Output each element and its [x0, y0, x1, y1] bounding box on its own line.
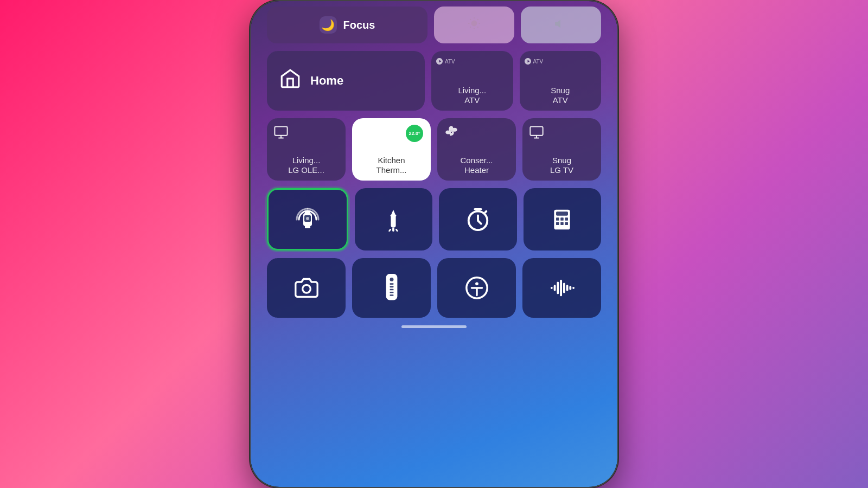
brightness-tile[interactable]: [434, 7, 514, 43]
svg-rect-30: [565, 217, 569, 221]
svg-rect-33: [565, 222, 569, 225]
snug-lgtv-label: SnugLG TV: [527, 156, 597, 175]
svg-rect-45: [553, 285, 556, 291]
kitchen-icon-label: KitchenTherm...: [356, 156, 426, 175]
focus-tile[interactable]: 🌙 Focus: [267, 7, 427, 43]
svg-rect-41: [390, 294, 393, 296]
calculator-tile[interactable]: [524, 188, 602, 251]
svg-rect-28: [556, 217, 559, 221]
svg-rect-37: [390, 283, 393, 285]
conserv-heater-label: Conser...Heater: [442, 156, 512, 175]
row-home-atv: Home ATV Living...ATV ATV SnugATV: [267, 51, 601, 111]
svg-rect-44: [550, 287, 552, 289]
atv-label-snug: ATV: [533, 59, 544, 65]
svg-rect-31: [556, 222, 559, 225]
timer-tile[interactable]: [439, 188, 517, 251]
svg-line-6: [477, 27, 478, 28]
camera-icon: [295, 276, 318, 300]
sound-recognition-tile[interactable]: [522, 258, 601, 318]
svg-line-8: [477, 19, 478, 20]
snug-lgtv-icon-wrap: [527, 125, 597, 140]
svg-line-23: [390, 229, 391, 231]
svg-marker-9: [555, 20, 560, 28]
svg-rect-47: [560, 280, 562, 297]
conserv-heater-tile[interactable]: Conser...Heater: [437, 118, 516, 181]
snug-atv-tile[interactable]: ATV SnugATV: [520, 51, 602, 111]
apple-tv-logo-living: ATV: [436, 57, 455, 65]
svg-rect-27: [556, 211, 568, 215]
moon-icon: 🌙: [320, 16, 337, 34]
phone-frame: 🌙 Focus: [250, 0, 618, 488]
svg-line-5: [470, 19, 471, 20]
flashlight-icon: [381, 208, 405, 232]
calculator-icon: [550, 208, 574, 232]
remote-tile[interactable]: [352, 258, 431, 318]
living-lg-tile[interactable]: Living...LG OLE...: [267, 118, 346, 181]
kitchen-therm-label: KitchenTherm...: [356, 156, 426, 175]
svg-rect-38: [390, 286, 393, 288]
svg-point-43: [475, 282, 478, 285]
svg-rect-40: [390, 292, 393, 293]
svg-rect-17: [305, 211, 310, 214]
row-devices: Living...LG OLE... 22.0° KitchenTherm...: [267, 118, 601, 181]
top-row: 🌙 Focus: [267, 7, 601, 43]
volume-tile[interactable]: [521, 7, 601, 43]
home-indicator: [401, 325, 467, 328]
timer-icon: [465, 207, 490, 232]
svg-rect-50: [569, 286, 571, 290]
focus-label: Focus: [343, 19, 375, 31]
fan-icon: [444, 125, 459, 140]
atv-label-living: ATV: [445, 59, 455, 65]
temp-badge: 22.0°: [406, 125, 423, 142]
svg-point-0: [471, 21, 477, 27]
svg-line-24: [397, 229, 398, 231]
svg-point-20: [306, 217, 309, 220]
living-lg-label: Living...LG OLE...: [271, 156, 341, 175]
remote-icon: [382, 274, 401, 302]
watch-ping-icon: [293, 206, 322, 234]
sun-icon: [467, 16, 481, 34]
accessibility-tile[interactable]: [437, 258, 516, 318]
watch-ping-tile[interactable]: [267, 188, 348, 251]
phone-screen: 🌙 Focus: [251, 1, 617, 487]
home-label: Home: [310, 74, 343, 88]
kitchen-temp-wrap: 22.0°: [356, 125, 426, 143]
svg-rect-18: [305, 226, 310, 228]
volume-icon: [554, 17, 568, 34]
svg-point-36: [390, 278, 393, 281]
svg-rect-10: [275, 127, 287, 136]
svg-line-7: [470, 27, 471, 28]
kitchen-therm-tile[interactable]: 22.0° KitchenTherm...: [352, 118, 431, 181]
svg-point-21: [391, 214, 397, 217]
svg-rect-13: [530, 127, 542, 136]
svg-rect-46: [557, 282, 559, 294]
svg-rect-48: [563, 282, 565, 293]
svg-rect-39: [390, 289, 393, 291]
sound-recognition-icon: [550, 275, 575, 300]
home-tile[interactable]: Home: [267, 51, 425, 111]
svg-rect-49: [566, 285, 568, 291]
svg-rect-32: [561, 222, 564, 225]
row-bottom: [267, 258, 601, 318]
snug-atv-label: SnugATV: [551, 86, 570, 105]
snug-lgtv-tile[interactable]: SnugLG TV: [522, 118, 601, 181]
svg-point-34: [302, 285, 310, 293]
svg-rect-29: [561, 217, 564, 221]
living-atv-tile[interactable]: ATV Living...ATV: [431, 51, 513, 111]
flashlight-tile[interactable]: [355, 188, 433, 251]
home-icon: [279, 67, 302, 95]
apple-tv-logo-snug: ATV: [524, 57, 544, 65]
camera-tile[interactable]: [267, 258, 346, 318]
living-atv-label: Living...ATV: [458, 86, 486, 105]
accessibility-icon: [464, 275, 489, 300]
conserv-icon-wrap: [442, 125, 512, 140]
temp-value: 22.0°: [409, 131, 420, 136]
svg-rect-51: [572, 287, 575, 289]
row-utilities: [267, 188, 601, 251]
tv-icon: [273, 125, 289, 140]
tv-icon-snug: [529, 125, 544, 140]
living-lg-icon-wrap: [271, 125, 341, 140]
